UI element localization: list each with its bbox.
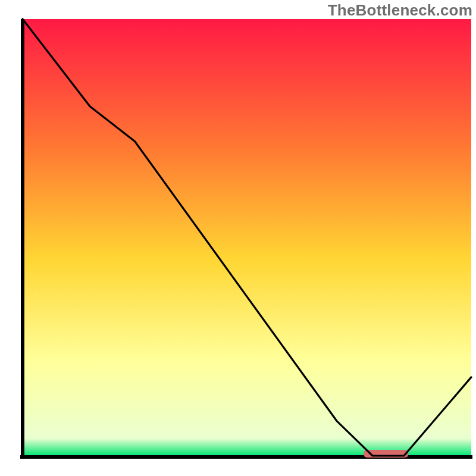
watermark-text: TheBottleneck.com bbox=[328, 1, 472, 20]
chart-container: TheBottleneck.com bbox=[0, 0, 476, 476]
plot-background bbox=[23, 19, 471, 456]
chart-svg bbox=[0, 0, 476, 476]
